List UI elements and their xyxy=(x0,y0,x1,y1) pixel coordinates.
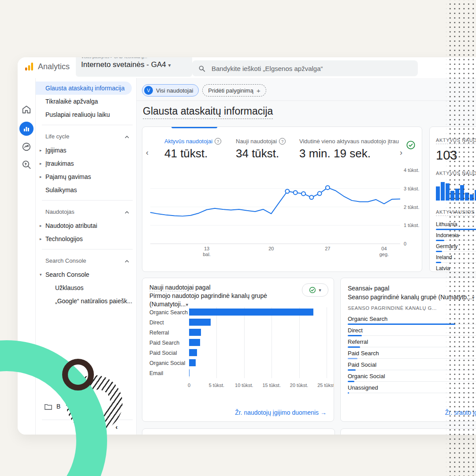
gridline xyxy=(299,348,300,358)
gridline xyxy=(271,348,272,358)
sidebar-item-naudotojo-atributai[interactable]: Naudotojo atributai▸ xyxy=(36,219,136,232)
card-options-control[interactable]: ▾ xyxy=(302,283,328,297)
advertising-icon[interactable] xyxy=(22,142,31,152)
country-bar xyxy=(436,240,444,241)
gridline xyxy=(244,358,245,368)
bar xyxy=(189,359,196,366)
chevron-collapsed-icon: ▸ xyxy=(40,223,42,228)
section-title: Search Console xyxy=(45,257,86,264)
top-bar: Analytics Visos paskyros > UAB Technika … xyxy=(18,57,476,78)
property-name: Interneto svetainės - GA4 ▾ xyxy=(81,60,188,69)
metrics-next-icon[interactable]: › xyxy=(400,148,402,157)
sidebar-item-u-klausos[interactable]: Užklausos xyxy=(36,281,136,294)
all-users-chip-label: Visi naudotojai xyxy=(156,87,193,94)
sidebar-item--traukimas[interactable]: Įtraukimas▸ xyxy=(36,157,136,170)
sidebar-item-search-console[interactable]: Search Console▾ xyxy=(36,268,136,281)
metric-value: 3 min. 19 sek. xyxy=(299,147,399,160)
channel-bar xyxy=(348,346,360,348)
metric-value: 34 tūkst. xyxy=(236,147,286,160)
new-users-bar-chart: Organic SearchDirectReferralPaid SearchP… xyxy=(149,307,327,390)
brown-ring-decoration xyxy=(62,359,94,390)
folder-icon xyxy=(45,403,52,410)
bar-area xyxy=(189,317,327,327)
segment-badge: V xyxy=(144,86,153,95)
sidebar-item--gijimas[interactable]: Įgijimas▸ xyxy=(36,144,136,157)
gridline xyxy=(327,358,327,368)
gridline xyxy=(327,368,327,378)
gridline xyxy=(327,348,327,358)
gridline xyxy=(216,317,217,327)
chevron-up-icon xyxy=(125,208,129,215)
bar-label: Email xyxy=(149,370,189,376)
sidebar-item-tikralaik-ap-valga[interactable]: Tikralaikė apžvalga xyxy=(36,95,136,108)
sidebar-section-search-console[interactable]: Search Console xyxy=(36,253,136,268)
add-comparison-chip[interactable]: Pridėti palyginimą + xyxy=(202,84,266,97)
collapse-sidebar-icon[interactable]: ‹ xyxy=(115,423,118,431)
home-icon[interactable] xyxy=(22,104,31,114)
arrow-right-icon: → xyxy=(320,409,327,416)
help-icon[interactable]: ? xyxy=(279,138,286,145)
gridline xyxy=(327,338,327,348)
data-point-marker xyxy=(309,195,313,199)
view-user-acquisition-link[interactable]: Žr. naudotojų įgijimo duomenis → xyxy=(235,409,327,416)
data-quality-check-icon[interactable] xyxy=(406,140,416,150)
gridline xyxy=(327,307,327,317)
chevron-down-icon: ▾ xyxy=(319,287,321,293)
bar-area xyxy=(189,327,327,338)
dot-grid-decoration xyxy=(446,0,476,476)
page-title: Glausta ataskaitų informacija xyxy=(143,105,273,119)
data-point-marker xyxy=(285,190,289,193)
chevron-up-icon xyxy=(125,257,129,264)
sidebar-item-glausta-ataskait-informacija[interactable]: Glausta ataskaitų informacija xyxy=(36,82,132,95)
chevron-collapsed-icon: ▸ xyxy=(40,237,42,241)
bar-label: Paid Social xyxy=(149,350,189,356)
bar-area xyxy=(189,307,327,317)
x-tick-label: 5 tūkst. xyxy=(209,383,224,388)
dimension-selector[interactable]: Pirmojo naudotojo pagrindinė kanalų grup… xyxy=(149,292,303,309)
sidebar-item-technologijos[interactable]: Technologijos▸ xyxy=(36,232,136,245)
gridline xyxy=(299,358,300,368)
metrics-prev-icon[interactable]: ‹ xyxy=(146,148,149,157)
x-tick-label: 15 tūkst. xyxy=(262,383,281,388)
card-title: Nauji naudotojai pagal Pirmojo naudotojo… xyxy=(149,283,303,309)
reports-icon[interactable] xyxy=(19,122,33,136)
property-selector[interactable]: Visos paskyros > UAB Technika g... Inter… xyxy=(76,57,192,77)
channel-bar xyxy=(348,324,455,325)
bar-row: Email xyxy=(149,368,327,378)
sidebar-item-pajam-gavimas[interactable]: Pajamų gavimas▸ xyxy=(36,170,136,183)
all-users-chip[interactable]: V Visi naudotojai xyxy=(142,84,199,97)
main-content: V Visi naudotojai Pridėti palyginimą + G… xyxy=(137,78,476,435)
library-item[interactable]: B xyxy=(45,403,60,410)
overview-card: ‹ Aktyvūs naudotojai ? 41 tūkst. Nauji n… xyxy=(142,126,422,272)
explore-icon[interactable] xyxy=(22,160,32,170)
x-tick-label: 0 xyxy=(188,383,190,388)
x-tick-label: 20 xyxy=(268,246,274,251)
data-point-marker xyxy=(301,192,305,196)
sidebar-section-naudotojas[interactable]: Naudotojas xyxy=(36,204,136,219)
sidebar-section-life-cycle[interactable]: Life cycle xyxy=(36,129,136,144)
help-icon[interactable]: ? xyxy=(215,138,221,145)
y-tick-label: 3 tūkst. xyxy=(404,186,419,191)
search-input[interactable] xyxy=(211,64,412,73)
bar-row: Organic Search xyxy=(149,307,327,317)
next-card-peek xyxy=(142,428,335,435)
bar-label: Organic Search xyxy=(149,309,189,316)
sidebar-item-sulaikymas[interactable]: Sulaikymas xyxy=(36,183,136,197)
minute-bar xyxy=(441,182,445,201)
x-tick-sublabel: geg. xyxy=(379,252,389,257)
gridline xyxy=(299,338,300,348)
sidebar-item-puslapiai-realiuoju-laiku[interactable]: Puslapiai realiuoju laiku xyxy=(36,108,136,121)
divider xyxy=(42,249,133,249)
analytics-logo: Analytics xyxy=(24,61,70,72)
channel-bar xyxy=(348,392,349,394)
bar xyxy=(189,339,200,346)
sidebar-item--google-nat-ralios-paie-k-[interactable]: „Google“ natūralios paiešk... xyxy=(36,294,136,308)
gridline xyxy=(216,358,217,368)
app-name: Analytics xyxy=(38,62,70,71)
metric-new-users[interactable]: Nauji naudotojai ? 34 tūkst. xyxy=(236,138,286,160)
search-bar[interactable] xyxy=(192,60,418,76)
metric-avg-engagement[interactable]: Vidutinė vieno aktyvaus naudotojo įtrau … xyxy=(299,138,399,160)
active-users-line xyxy=(150,188,400,216)
metric-active-users[interactable]: Aktyvūs naudotojai ? 41 tūkst. xyxy=(164,138,221,160)
metric-value: 41 tūkst. xyxy=(164,147,221,160)
